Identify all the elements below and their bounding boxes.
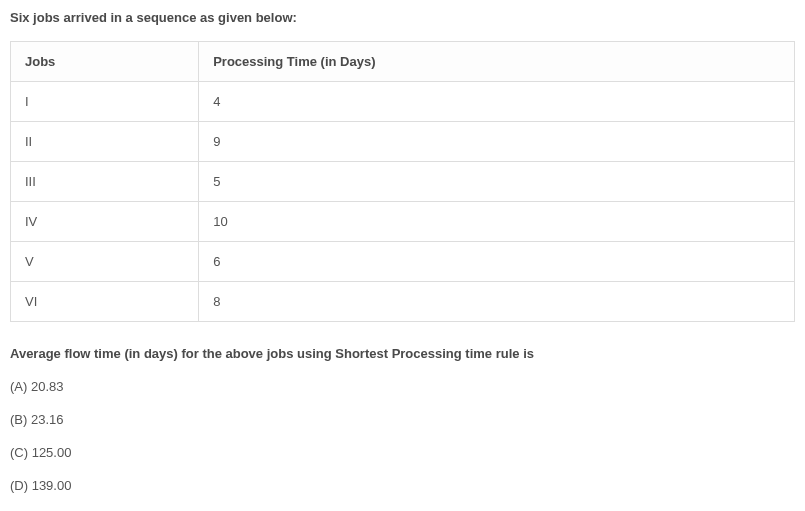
table-header-row: Jobs Processing Time (in Days)	[11, 42, 795, 82]
option-c: (C) 125.00	[10, 445, 795, 460]
cell-time: 6	[199, 242, 795, 282]
question-stem: Average flow time (in days) for the abov…	[10, 346, 795, 361]
cell-job: I	[11, 82, 199, 122]
cell-job: V	[11, 242, 199, 282]
cell-time: 4	[199, 82, 795, 122]
header-jobs: Jobs	[11, 42, 199, 82]
table-row: IV 10	[11, 202, 795, 242]
cell-time: 10	[199, 202, 795, 242]
cell-time: 9	[199, 122, 795, 162]
option-d: (D) 139.00	[10, 478, 795, 493]
table-row: V 6	[11, 242, 795, 282]
data-table: Jobs Processing Time (in Days) I 4 II 9 …	[10, 41, 795, 322]
cell-time: 8	[199, 282, 795, 322]
cell-job: II	[11, 122, 199, 162]
table-row: II 9	[11, 122, 795, 162]
option-b: (B) 23.16	[10, 412, 795, 427]
cell-job: III	[11, 162, 199, 202]
cell-time: 5	[199, 162, 795, 202]
cell-job: IV	[11, 202, 199, 242]
header-processing-time: Processing Time (in Days)	[199, 42, 795, 82]
table-row: VI 8	[11, 282, 795, 322]
option-a: (A) 20.83	[10, 379, 795, 394]
question-intro: Six jobs arrived in a sequence as given …	[10, 10, 795, 25]
table-row: III 5	[11, 162, 795, 202]
table-row: I 4	[11, 82, 795, 122]
cell-job: VI	[11, 282, 199, 322]
